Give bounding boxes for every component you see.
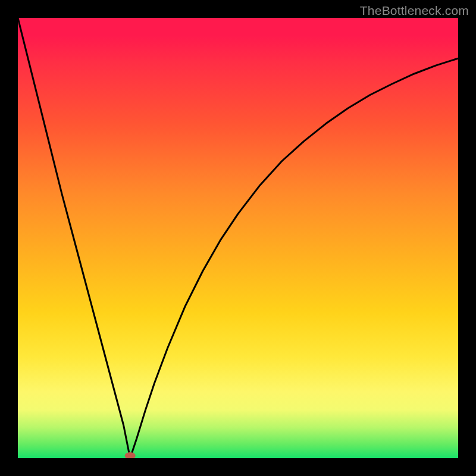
watermark-text: TheBottleneck.com bbox=[360, 4, 469, 18]
chart-frame: TheBottleneck.com bbox=[0, 0, 476, 476]
curve-path bbox=[18, 18, 458, 458]
plot-area bbox=[18, 18, 458, 458]
curve-svg bbox=[18, 18, 458, 458]
minimum-marker bbox=[125, 452, 136, 458]
